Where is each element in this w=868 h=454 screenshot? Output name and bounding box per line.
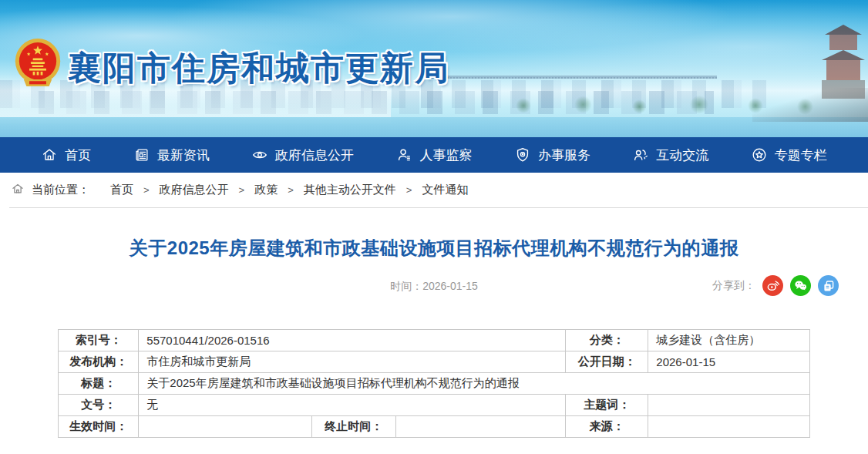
breadcrumb-separator: > (288, 184, 294, 196)
main-nav: 首页 最新资讯 政府信息公开 人事监察 (0, 137, 868, 173)
source-label: 来源： (566, 416, 648, 438)
table-row: 标题： 关于2025年房屋建筑和市政基础设施项目招标代理机构不规范行为的通报 (59, 373, 810, 395)
table-row: 索引号： 557010441/2026-01516 分类： 城乡建设（含住房） (59, 330, 810, 351)
effective-date-label: 生效时间： (59, 416, 139, 438)
index-number-label: 索引号： (59, 330, 139, 351)
nav-item-personnel[interactable]: 人事监察 (395, 146, 472, 164)
breadcrumb-divider (9, 207, 868, 208)
time-value: 2026-01-15 (422, 280, 478, 292)
title-value: 关于2025年房屋建筑和市政基础设施项目招标代理机构不规范行为的通报 (139, 373, 810, 395)
breadcrumb-item-home[interactable]: 首页 (110, 183, 133, 197)
nav-item-label: 互动交流 (656, 146, 708, 164)
breadcrumb-item-info-disclosure[interactable]: 政府信息公开 (160, 183, 229, 197)
nav-item-news[interactable]: 最新资讯 (133, 146, 210, 164)
breadcrumb-item-policy[interactable]: 政策 (254, 183, 278, 197)
keywords-label: 主题词： (566, 395, 648, 416)
agency-value: 市住房和城市更新局 (139, 351, 566, 373)
weibo-icon (765, 278, 780, 293)
site-title: 襄阳市住房和城市更新局 (68, 46, 449, 91)
breadcrumb-separator: > (143, 184, 150, 196)
effective-date-value (139, 416, 311, 438)
national-emblem-icon (14, 35, 62, 94)
banner-pagoda-decoration (822, 25, 865, 99)
breadcrumb-item-other-public-docs[interactable]: 其他主动公开文件 (304, 183, 396, 197)
publish-date-value: 2026-01-15 (648, 351, 810, 373)
expiry-date-label: 终止时间： (311, 416, 395, 438)
nav-item-services[interactable]: 办事服务 (514, 146, 590, 164)
category-label: 分类： (566, 330, 648, 351)
banner-bridge-decoration (432, 76, 717, 79)
table-row: 发布机构： 市住房和城市更新局 公开日期： 2026-01-15 (59, 351, 810, 373)
article-meta-row: 时间：2026-01-15 分享到： (0, 275, 868, 298)
nav-item-home[interactable]: 首页 (41, 146, 91, 164)
table-row: 生效时间： 终止时间： 来源： (59, 416, 810, 438)
publish-date-label: 公开日期： (566, 351, 648, 373)
breadcrumb-separator: > (239, 184, 245, 196)
breadcrumb-separator: > (406, 184, 412, 196)
table-row: 文号： 无 主题词： (59, 395, 810, 416)
source-value (648, 416, 810, 438)
banner-river-decoration (0, 117, 868, 137)
share-bar: 分享到： (712, 275, 839, 296)
home-icon (41, 146, 58, 163)
nav-item-label: 办事服务 (538, 146, 590, 164)
wechat-share-button[interactable] (790, 275, 811, 296)
document-meta-table: 索引号： 557010441/2026-01516 分类： 城乡建设（含住房） … (58, 329, 810, 438)
home-outline-icon (11, 182, 25, 198)
nav-item-label: 最新资讯 (157, 146, 210, 164)
copy-link-share-button[interactable] (818, 275, 839, 296)
nav-item-label: 首页 (65, 146, 91, 164)
person-icon (395, 146, 412, 163)
share-label: 分享到： (712, 279, 755, 293)
news-icon (133, 146, 150, 163)
nav-item-special-columns[interactable]: 专题专栏 (751, 146, 827, 164)
title-label: 标题： (59, 373, 139, 395)
breadcrumb: 当前位置： 首页 > 政府信息公开 > 政策 > 其他主动公开文件 > 文件通知 (0, 173, 868, 207)
doc-number-value: 无 (139, 395, 566, 416)
eye-icon (251, 146, 268, 163)
wechat-icon (793, 278, 808, 293)
star-circle-icon (751, 146, 768, 163)
nav-item-interaction[interactable]: 互动交流 (632, 146, 708, 164)
breadcrumb-prefix: 当前位置： (32, 183, 89, 197)
nav-item-label: 政府信息公开 (275, 146, 354, 164)
nav-item-info-disclosure[interactable]: 政府信息公开 (251, 146, 354, 164)
shield-icon (514, 146, 531, 163)
header-banner: 襄阳市住房和城市更新局 (0, 0, 868, 137)
nav-item-label: 专题专栏 (775, 146, 827, 164)
expiry-date-value (395, 416, 565, 438)
time-label: 时间： (390, 280, 422, 292)
agency-label: 发布机构： (59, 351, 139, 373)
article-title: 关于2025年房屋建筑和市政基础设施项目招标代理机构不规范行为的通报 (54, 236, 814, 260)
copy-icon (822, 279, 836, 293)
category-value: 城乡建设（含住房） (648, 330, 810, 351)
nav-item-label: 人事监察 (419, 146, 472, 164)
index-number-value: 557010441/2026-01516 (139, 330, 566, 351)
doc-number-label: 文号： (59, 395, 139, 416)
keywords-value (648, 395, 810, 416)
breadcrumb-item-notices[interactable]: 文件通知 (422, 183, 468, 197)
weibo-share-button[interactable] (762, 275, 783, 296)
people-chat-icon (632, 146, 649, 163)
